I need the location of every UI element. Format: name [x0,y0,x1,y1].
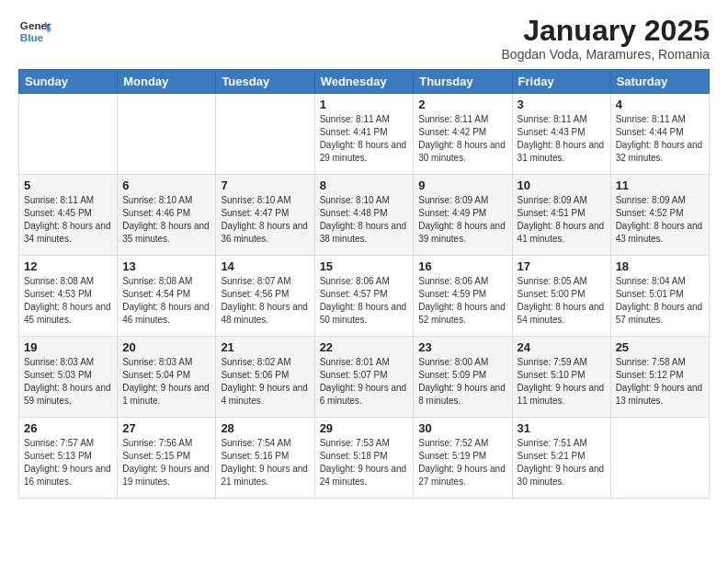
cell-w2-d6: 18Sunrise: 8:04 AMSunset: 5:01 PMDayligh… [610,256,709,337]
day-number: 5 [24,178,112,192]
location: Bogdan Voda, Maramures, Romania [502,47,710,62]
week-row-0: 1Sunrise: 8:11 AMSunset: 4:41 PMDaylight… [19,94,710,175]
day-info: Sunrise: 8:11 AMSunset: 4:44 PMDaylight:… [616,113,704,165]
day-info: Sunrise: 7:56 AMSunset: 5:15 PMDaylight:… [122,437,210,488]
cell-w0-d4: 2Sunrise: 8:11 AMSunset: 4:42 PMDaylight… [414,94,512,175]
logo: General Blue [18,15,55,48]
day-number: 12 [24,259,112,273]
col-sunday: Sunday [19,70,118,94]
cell-w4-d2: 28Sunrise: 7:54 AMSunset: 5:16 PMDayligh… [216,418,314,499]
day-number: 6 [122,178,210,192]
day-info: Sunrise: 8:07 AMSunset: 4:56 PMDaylight:… [221,275,309,327]
day-number: 4 [616,98,704,111]
day-number: 8 [320,178,409,192]
day-number: 14 [221,259,309,273]
page: General Blue January 2025 Bogdan Voda, M… [0,0,728,563]
header: General Blue January 2025 Bogdan Voda, M… [18,15,710,62]
day-info: Sunrise: 7:51 AMSunset: 5:21 PMDaylight:… [518,437,606,488]
cell-w4-d1: 27Sunrise: 7:56 AMSunset: 5:15 PMDayligh… [118,418,216,499]
cell-w1-d2: 7Sunrise: 8:10 AMSunset: 4:47 PMDaylight… [216,175,314,256]
day-info: Sunrise: 8:11 AMSunset: 4:42 PMDaylight:… [418,113,506,165]
cell-w1-d1: 6Sunrise: 8:10 AMSunset: 4:46 PMDaylight… [118,175,216,256]
week-row-3: 19Sunrise: 8:03 AMSunset: 5:03 PMDayligh… [19,337,710,418]
day-info: Sunrise: 8:00 AMSunset: 5:09 PMDaylight:… [418,356,506,408]
cell-w0-d5: 3Sunrise: 8:11 AMSunset: 4:43 PMDaylight… [512,94,610,175]
day-info: Sunrise: 8:09 AMSunset: 4:49 PMDaylight:… [418,194,506,246]
logo-icon: General Blue [18,15,51,48]
cell-w2-d0: 12Sunrise: 8:08 AMSunset: 4:53 PMDayligh… [19,256,118,337]
day-info: Sunrise: 8:09 AMSunset: 4:52 PMDaylight:… [616,194,704,246]
cell-w1-d4: 9Sunrise: 8:09 AMSunset: 4:49 PMDaylight… [414,175,512,256]
day-info: Sunrise: 8:02 AMSunset: 5:06 PMDaylight:… [221,356,309,408]
col-friday: Friday [512,70,610,94]
weekday-header-row: Sunday Monday Tuesday Wednesday Thursday… [19,70,710,94]
day-number: 25 [616,340,704,354]
day-number: 2 [418,98,506,111]
col-wednesday: Wednesday [314,70,414,94]
day-number: 24 [518,340,606,354]
day-number: 15 [320,259,409,273]
month-title: January 2025 [502,15,710,47]
day-number: 29 [320,421,409,435]
day-number: 31 [518,421,606,435]
cell-w0-d1 [118,94,216,175]
day-number: 7 [221,178,309,192]
day-info: Sunrise: 8:03 AMSunset: 5:03 PMDaylight:… [24,356,112,408]
week-row-4: 26Sunrise: 7:57 AMSunset: 5:13 PMDayligh… [19,418,710,499]
cell-w2-d4: 16Sunrise: 8:06 AMSunset: 4:59 PMDayligh… [414,256,512,337]
day-info: Sunrise: 8:10 AMSunset: 4:47 PMDaylight:… [221,194,309,246]
col-monday: Monday [118,70,216,94]
day-info: Sunrise: 8:06 AMSunset: 4:57 PMDaylight:… [320,275,409,327]
day-info: Sunrise: 8:11 AMSunset: 4:41 PMDaylight:… [320,113,409,165]
day-info: Sunrise: 8:11 AMSunset: 4:45 PMDaylight:… [24,194,112,246]
day-number: 23 [418,340,506,354]
cell-w3-d2: 21Sunrise: 8:02 AMSunset: 5:06 PMDayligh… [216,337,314,418]
cell-w2-d5: 17Sunrise: 8:05 AMSunset: 5:00 PMDayligh… [512,256,610,337]
cell-w3-d4: 23Sunrise: 8:00 AMSunset: 5:09 PMDayligh… [414,337,512,418]
day-number: 30 [418,421,506,435]
cell-w4-d6 [610,418,709,499]
day-number: 1 [320,98,409,111]
day-number: 22 [320,340,409,354]
cell-w0-d3: 1Sunrise: 8:11 AMSunset: 4:41 PMDaylight… [314,94,414,175]
week-row-1: 5Sunrise: 8:11 AMSunset: 4:45 PMDaylight… [19,175,710,256]
day-number: 3 [518,98,606,111]
day-number: 10 [518,178,606,192]
cell-w4-d3: 29Sunrise: 7:53 AMSunset: 5:18 PMDayligh… [314,418,414,499]
svg-text:Blue: Blue [20,31,44,43]
cell-w0-d2 [216,94,314,175]
day-info: Sunrise: 8:05 AMSunset: 5:00 PMDaylight:… [518,275,606,327]
day-number: 18 [616,259,704,273]
week-row-2: 12Sunrise: 8:08 AMSunset: 4:53 PMDayligh… [19,256,710,337]
cell-w2-d3: 15Sunrise: 8:06 AMSunset: 4:57 PMDayligh… [314,256,414,337]
day-number: 28 [221,421,309,435]
day-info: Sunrise: 8:06 AMSunset: 4:59 PMDaylight:… [418,275,506,327]
cell-w4-d5: 31Sunrise: 7:51 AMSunset: 5:21 PMDayligh… [512,418,610,499]
cell-w1-d5: 10Sunrise: 8:09 AMSunset: 4:51 PMDayligh… [512,175,610,256]
day-info: Sunrise: 7:52 AMSunset: 5:19 PMDaylight:… [418,437,506,488]
cell-w1-d0: 5Sunrise: 8:11 AMSunset: 4:45 PMDaylight… [19,175,118,256]
day-number: 26 [24,421,112,435]
day-info: Sunrise: 8:08 AMSunset: 4:54 PMDaylight:… [122,275,210,327]
day-info: Sunrise: 8:09 AMSunset: 4:51 PMDaylight:… [518,194,606,246]
day-info: Sunrise: 7:54 AMSunset: 5:16 PMDaylight:… [221,437,309,488]
day-info: Sunrise: 7:59 AMSunset: 5:10 PMDaylight:… [518,356,606,408]
title-block: January 2025 Bogdan Voda, Maramures, Rom… [502,15,710,62]
day-info: Sunrise: 8:08 AMSunset: 4:53 PMDaylight:… [24,275,112,327]
day-info: Sunrise: 8:10 AMSunset: 4:48 PMDaylight:… [320,194,409,246]
day-info: Sunrise: 8:03 AMSunset: 5:04 PMDaylight:… [122,356,210,408]
col-tuesday: Tuesday [216,70,314,94]
cell-w3-d6: 25Sunrise: 7:58 AMSunset: 5:12 PMDayligh… [610,337,709,418]
day-info: Sunrise: 7:57 AMSunset: 5:13 PMDaylight:… [24,437,112,488]
day-number: 13 [122,259,210,273]
calendar: Sunday Monday Tuesday Wednesday Thursday… [18,69,710,499]
day-info: Sunrise: 8:11 AMSunset: 4:43 PMDaylight:… [518,113,606,165]
col-saturday: Saturday [610,70,709,94]
cell-w0-d0 [19,94,118,175]
day-info: Sunrise: 7:53 AMSunset: 5:18 PMDaylight:… [320,437,409,488]
day-info: Sunrise: 7:58 AMSunset: 5:12 PMDaylight:… [616,356,704,408]
day-info: Sunrise: 8:04 AMSunset: 5:01 PMDaylight:… [616,275,704,327]
cell-w3-d5: 24Sunrise: 7:59 AMSunset: 5:10 PMDayligh… [512,337,610,418]
cell-w1-d6: 11Sunrise: 8:09 AMSunset: 4:52 PMDayligh… [610,175,709,256]
day-info: Sunrise: 8:01 AMSunset: 5:07 PMDaylight:… [320,356,409,408]
